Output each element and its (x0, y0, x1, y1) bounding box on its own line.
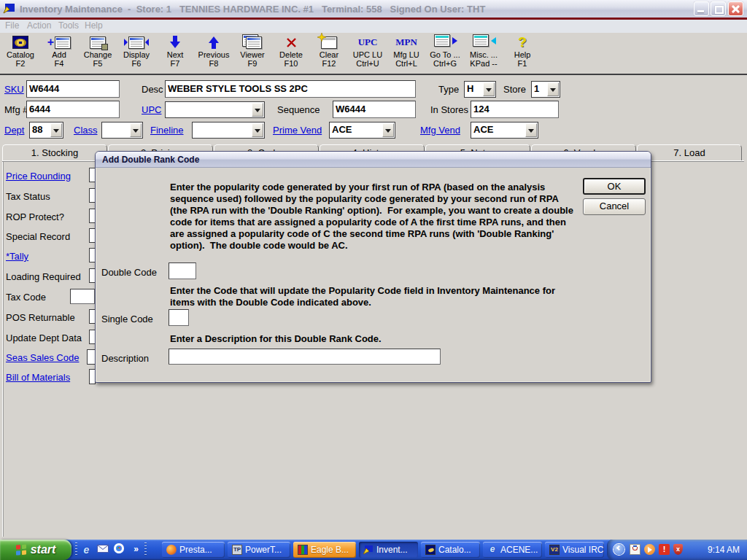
chevron-down-icon[interactable] (252, 103, 263, 117)
tax-code-field[interactable] (70, 289, 95, 304)
sku-link[interactable]: SKU (4, 84, 24, 95)
chevron-down-icon[interactable] (382, 123, 394, 137)
prime-vend-link[interactable]: Prime Vend (273, 125, 322, 136)
menu-help[interactable]: Help (85, 20, 103, 31)
class-combo[interactable] (101, 122, 143, 139)
menu-tools[interactable]: Tools (58, 20, 79, 31)
task-visual-irc[interactable]: V2 Visual IRC (545, 542, 604, 558)
chevron-down-icon[interactable] (130, 123, 142, 137)
sequence-field[interactable]: W6444 (333, 101, 416, 118)
chevron-down-icon[interactable] (252, 123, 263, 137)
tab-load[interactable]: 7. Load (637, 144, 742, 160)
upc-combo[interactable] (165, 101, 265, 118)
store-combo[interactable]: 1 (531, 81, 560, 98)
task-inventory[interactable]: Invent... (359, 542, 418, 558)
chevron-down-icon[interactable] (50, 123, 62, 137)
menu-file[interactable]: File (5, 20, 19, 31)
start-button[interactable]: start (0, 540, 71, 560)
menu-action[interactable]: Action (27, 20, 51, 31)
change-button[interactable]: Change F5 (79, 34, 117, 74)
class-link[interactable]: Class (74, 125, 98, 136)
inventory-icon (363, 545, 374, 555)
display-button[interactable]: Display F6 (117, 34, 155, 74)
chevron-down-icon[interactable] (547, 82, 559, 96)
hide-icons-chevron-icon[interactable] (614, 544, 624, 555)
in-stores-field[interactable]: 124 (471, 101, 559, 118)
window-title: Inventory Maintenance - Store: 1 TENNIES… (20, 4, 485, 15)
eagle-browser-icon (298, 545, 308, 555)
tab-stocking[interactable]: 1. Stocking (2, 144, 107, 160)
dialog-instructions-1: Enter the popularity code generated by y… (170, 182, 577, 252)
dialog-instructions-2: Enter the Code that will update the Popu… (170, 285, 580, 308)
sidebar-bill-of-materials-link[interactable]: Bill of Materials (6, 372, 70, 383)
task-eagle-browser[interactable]: Eagle B... (293, 542, 356, 558)
sidebar-tally-link[interactable]: *Tally (6, 251, 28, 262)
mfg-field[interactable]: 6444 (26, 101, 120, 118)
type-combo[interactable]: H (464, 81, 496, 98)
browser-icon[interactable] (112, 543, 125, 556)
upc-lookup-button[interactable]: UPC UPC LU Ctrl+U (349, 34, 387, 74)
catalog-button[interactable]: Catalog F2 (1, 34, 39, 74)
chevron-down-icon[interactable] (483, 82, 495, 96)
close-button[interactable] (728, 1, 743, 16)
minimize-button[interactable] (694, 1, 709, 16)
dialog-titlebar[interactable]: Add Double Rank Code (96, 152, 651, 168)
clear-window-icon (321, 34, 337, 50)
desc-label: Desc (142, 84, 163, 95)
taskbar: start e » Presta... TP PowerT... Eagle B… (0, 540, 747, 560)
sidebar-price-rounding-link[interactable]: Price Rounding (6, 171, 71, 182)
panel-left-edge (2, 161, 4, 537)
cancel-button[interactable]: Cancel (583, 198, 646, 215)
sidebar-update-dept-data-label: Update Dept Data (6, 332, 82, 343)
add-record-icon: + (47, 34, 71, 50)
sidebar-tax-status-label: Tax Status (6, 191, 50, 202)
previous-arrow-icon (209, 34, 219, 50)
catalog-icon (12, 34, 28, 50)
misc-button[interactable]: Misc. ... KPad -- (465, 34, 503, 74)
delete-button[interactable]: Delete F10 (272, 34, 310, 74)
fineline-link[interactable]: Fineline (150, 125, 184, 136)
dept-combo[interactable]: 88 (29, 122, 63, 139)
help-button[interactable]: ? Help F1 (503, 34, 541, 74)
restore-button[interactable] (711, 1, 726, 16)
task-acenet[interactable]: e ACENE... (483, 542, 542, 558)
dept-link[interactable]: Dept (4, 125, 24, 136)
system-tray: ! x 9:14 AM (607, 540, 747, 560)
update-arrow-icon[interactable] (644, 544, 655, 555)
mail-icon[interactable] (96, 543, 109, 556)
ok-button[interactable]: OK (583, 178, 646, 195)
internet-explorer-icon[interactable]: e (80, 543, 93, 556)
mfg-label: Mfg # (4, 104, 28, 115)
description-field[interactable] (169, 349, 441, 365)
desc-field[interactable]: WEBER STYLE TOOLS SS 2PC (165, 80, 416, 98)
mfg-vend-combo[interactable]: ACE (471, 122, 538, 139)
mfg-vend-link[interactable]: Mfg Vend (420, 125, 460, 136)
task-catalog[interactable]: Catalo... (421, 542, 480, 558)
prime-vend-combo[interactable]: ACE (329, 122, 395, 139)
alert-icon[interactable]: ! (659, 544, 670, 555)
add-button[interactable]: + Add F4 (40, 34, 78, 74)
viewer-button[interactable]: Viewer F9 (233, 34, 271, 74)
sidebar-loading-required-label: Loading Required (6, 271, 81, 282)
description-label: Description (101, 353, 149, 364)
security-shield-icon[interactable]: x (673, 544, 683, 555)
double-code-field[interactable] (169, 262, 196, 279)
previous-button[interactable]: Previous F8 (195, 34, 233, 74)
window-titlebar: Inventory Maintenance - Store: 1 TENNIES… (0, 0, 747, 18)
clear-button[interactable]: Clear F12 (310, 34, 348, 74)
upc-link[interactable]: UPC (142, 104, 161, 115)
goto-button[interactable]: Go To ... Ctrl+G (426, 34, 464, 74)
task-prestashop[interactable]: Presta... (162, 542, 225, 558)
java-icon[interactable] (630, 544, 640, 555)
single-code-field[interactable] (169, 309, 189, 326)
more-chevron-icon[interactable]: » (130, 543, 142, 556)
task-powerterm[interactable]: TP PowerT... (228, 542, 290, 558)
next-button[interactable]: Next F7 (156, 34, 194, 74)
fineline-combo[interactable] (192, 122, 265, 139)
toolbar: Catalog F2 + Add F4 Change F5 Display F6… (0, 33, 747, 75)
chevron-down-icon[interactable] (525, 123, 537, 137)
sidebar-seas-sales-code-link[interactable]: Seas Sales Code (6, 352, 79, 363)
mfg-lookup-button[interactable]: MPN Mfg LU Ctrl+L (387, 34, 425, 74)
store-label: Store (503, 84, 526, 95)
sku-field[interactable]: W6444 (26, 80, 120, 98)
